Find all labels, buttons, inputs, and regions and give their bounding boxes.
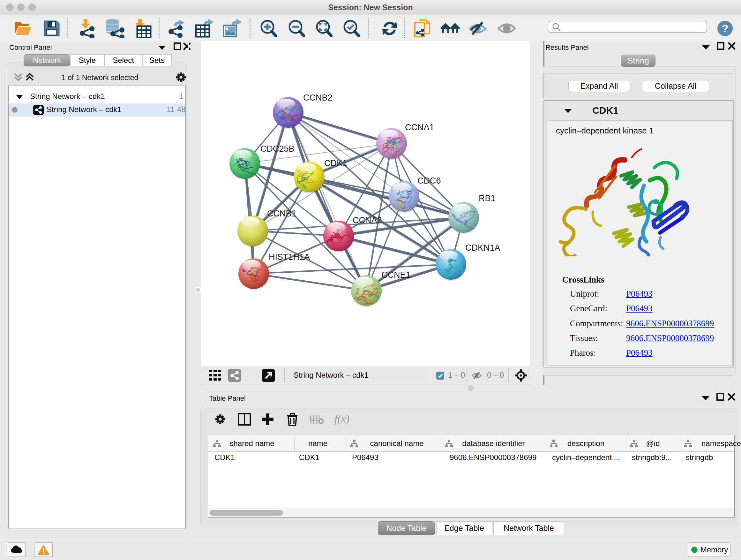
svg-text:?: ? — [722, 22, 729, 35]
svg-text:CDK1: CDK1 — [324, 159, 347, 168]
svg-text:CCNA1: CCNA1 — [405, 123, 434, 132]
svg-text:CCNE1: CCNE1 — [381, 270, 411, 280]
svg-text:CDC6: CDC6 — [417, 176, 441, 186]
svg-text:CCNA2: CCNA2 — [353, 215, 382, 225]
svg-text:CCNB1: CCNB1 — [267, 209, 296, 219]
svg-text:CDC25B: CDC25B — [260, 144, 294, 153]
svg-text:HIST1H1A: HIST1H1A — [269, 252, 310, 262]
svg-text:CDKN1A: CDKN1A — [465, 243, 500, 253]
svg-text:CCNB2: CCNB2 — [303, 93, 333, 103]
svg-text:RB1: RB1 — [479, 193, 495, 203]
